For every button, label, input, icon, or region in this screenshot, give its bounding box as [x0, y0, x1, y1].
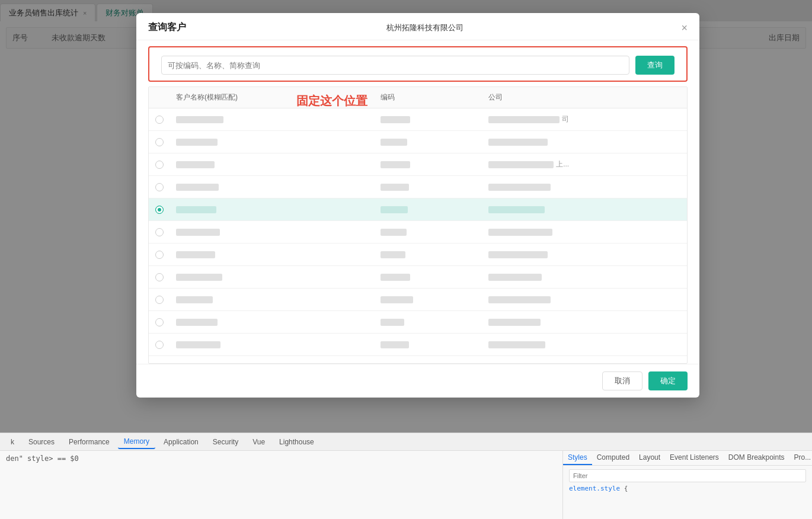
modal-title: 查询客户 — [148, 21, 186, 34]
th-company: 公司 — [482, 92, 687, 102]
td-code-4 — [375, 206, 482, 214]
td-code-5 — [375, 228, 482, 236]
table-row[interactable]: 上... — [149, 153, 687, 176]
td-code-9 — [375, 318, 482, 326]
radio-5[interactable] — [155, 228, 164, 236]
td-radio-11[interactable] — [149, 363, 170, 364]
devtools-right-tab-layout[interactable]: Layout — [634, 451, 665, 465]
table-row[interactable] — [149, 311, 687, 334]
td-name-6 — [170, 251, 375, 259]
td-name-1 — [170, 138, 375, 146]
td-radio-2[interactable] — [149, 161, 170, 169]
devtools-tab-security[interactable]: Security — [207, 435, 244, 448]
table-row[interactable] — [149, 131, 687, 153]
td-company-9 — [482, 318, 687, 326]
customer-query-modal: 查询客户 杭州拓隆科技有限公司 × 查询 固定这个位置 客户名称(模糊匹配) 编… — [136, 13, 699, 398]
table-row[interactable] — [149, 266, 687, 289]
radio-2[interactable] — [155, 161, 164, 169]
radio-9[interactable] — [155, 318, 164, 326]
radio-6[interactable] — [155, 251, 164, 259]
devtools-tab-application[interactable]: Application — [158, 435, 204, 448]
devtools-right-tab-bar: Styles Computed Layout Event Listeners D… — [563, 451, 812, 466]
td-name-2 — [170, 161, 375, 169]
td-name-5 — [170, 228, 375, 236]
table-row[interactable]: 司 — [149, 108, 687, 131]
devtools-tab-bar: k Sources Performance Memory Application… — [0, 433, 812, 451]
table-header-row: 客户名称(模糊匹配) 编码 公司 — [149, 87, 687, 108]
td-radio-0[interactable] — [149, 116, 170, 124]
devtools-tab-sources[interactable]: Sources — [23, 435, 60, 448]
td-code-6 — [375, 251, 482, 259]
table-row[interactable] — [149, 221, 687, 244]
devtools-right-tab-styles[interactable]: Styles — [563, 451, 592, 465]
radio-11[interactable] — [155, 363, 164, 364]
td-radio-8[interactable] — [149, 296, 170, 304]
td-code-1 — [375, 138, 482, 146]
devtools-element-code: den" style> == $0 — [6, 454, 79, 463]
td-company-1 — [482, 138, 687, 146]
td-company-11 — [482, 363, 687, 364]
devtools-right-panel: Styles Computed Layout Event Listeners D… — [563, 451, 812, 519]
devtools-code-line1: element.style { — [569, 485, 806, 492]
td-code-7 — [375, 273, 482, 281]
td-radio-9[interactable] — [149, 318, 170, 326]
search-button[interactable]: 查询 — [635, 56, 674, 75]
td-radio-1[interactable] — [149, 138, 170, 146]
td-company-2: 上... — [482, 159, 687, 169]
annotation-text: 固定这个位置 — [296, 93, 367, 109]
radio-0[interactable] — [155, 116, 164, 124]
td-radio-3[interactable] — [149, 183, 170, 191]
td-radio-4[interactable] — [149, 206, 170, 214]
devtools-panel: k Sources Performance Memory Application… — [0, 432, 812, 519]
devtools-filter-input[interactable] — [569, 469, 806, 482]
table-row[interactable] — [149, 244, 687, 266]
td-radio-5[interactable] — [149, 228, 170, 236]
table-row[interactable] — [149, 334, 687, 356]
search-input[interactable] — [161, 56, 629, 75]
devtools-tab-network[interactable]: k — [5, 435, 20, 448]
devtools-right-body: element.style { — [563, 466, 812, 496]
td-radio-10[interactable] — [149, 341, 170, 349]
devtools-right-tab-computed[interactable]: Computed — [592, 451, 634, 465]
devtools-tab-memory[interactable]: Memory — [118, 435, 155, 449]
table-body: 司 上... — [149, 108, 687, 363]
radio-4[interactable] — [155, 206, 164, 214]
td-code-8 — [375, 296, 482, 304]
td-company-5 — [482, 228, 687, 236]
search-bar-container: 查询 — [148, 46, 688, 82]
devtools-right-tab-event-listeners[interactable]: Event Listeners — [665, 451, 724, 465]
td-name-0 — [170, 116, 375, 124]
modal-close-button[interactable]: × — [681, 23, 688, 33]
confirm-button[interactable]: 确定 — [648, 371, 688, 390]
td-name-3 — [170, 183, 375, 191]
radio-7[interactable] — [155, 273, 164, 281]
devtools-content: den" style> == $0 Styles Computed Layout… — [0, 451, 812, 519]
radio-10[interactable] — [155, 341, 164, 349]
td-company-6 — [482, 251, 687, 259]
devtools-tab-vue[interactable]: Vue — [247, 435, 271, 448]
radio-8[interactable] — [155, 296, 164, 304]
td-company-4 — [482, 206, 687, 214]
td-name-9 — [170, 318, 375, 326]
td-code-2 — [375, 161, 482, 169]
devtools-right-tab-more[interactable]: Pro... — [789, 451, 812, 465]
td-radio-7[interactable] — [149, 273, 170, 281]
td-code-10 — [375, 341, 482, 349]
radio-1[interactable] — [155, 138, 164, 146]
td-name-11 — [170, 363, 375, 364]
cancel-button[interactable]: 取消 — [602, 371, 642, 390]
td-name-4 — [170, 206, 375, 214]
table-row[interactable]: 4. — [149, 356, 687, 363]
td-code-11: 4. — [375, 363, 482, 364]
table-row[interactable] — [149, 176, 687, 198]
td-company-7 — [482, 273, 687, 281]
td-radio-6[interactable] — [149, 251, 170, 259]
td-name-7 — [170, 273, 375, 281]
radio-3[interactable] — [155, 183, 164, 191]
customer-info: 杭州拓隆科技有限公司 — [386, 23, 463, 33]
devtools-right-tab-dom-breakpoints[interactable]: DOM Breakpoints — [724, 451, 789, 465]
devtools-tab-lighthouse[interactable]: Lighthouse — [273, 435, 320, 448]
devtools-tab-performance[interactable]: Performance — [63, 435, 116, 448]
table-row-selected[interactable] — [149, 198, 687, 221]
table-row[interactable] — [149, 289, 687, 311]
